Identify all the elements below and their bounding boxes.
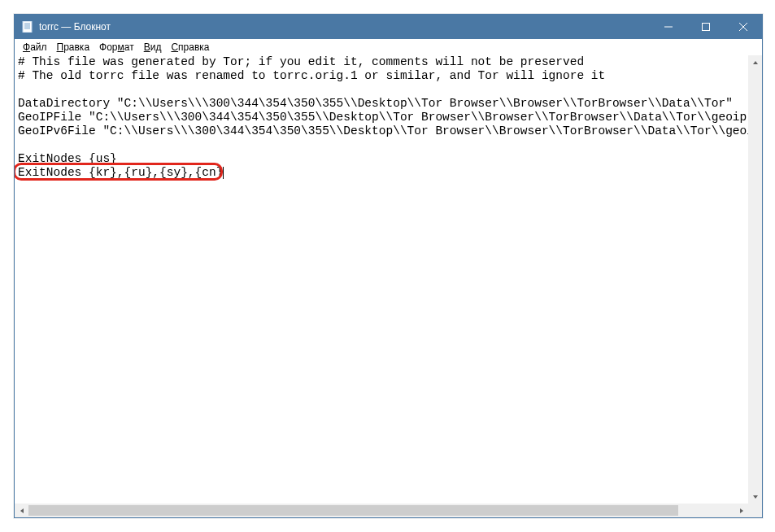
window-title: torrc — Блокнот (39, 21, 111, 33)
menu-view[interactable]: Вид (139, 41, 167, 54)
scroll-right-button[interactable] (734, 504, 748, 517)
notepad-window: torrc — Блокнот Файл Правка Формат Вид С… (14, 14, 763, 518)
horizontal-scroll-thumb[interactable] (28, 505, 678, 516)
svg-line-8 (739, 23, 747, 31)
menu-help[interactable]: Справка (166, 41, 214, 54)
menu-file[interactable]: Файл (18, 41, 52, 54)
horizontal-scroll-track[interactable] (28, 504, 734, 517)
svg-marker-12 (740, 508, 743, 513)
editor-line[interactable]: ExitNodes {us} (18, 152, 745, 166)
svg-marker-9 (753, 61, 758, 64)
menu-format[interactable]: Формат (94, 41, 139, 54)
editor-line[interactable] (18, 138, 745, 152)
editor-line[interactable] (18, 83, 745, 97)
editor-area: # This file was generated by Tor; if you… (15, 55, 762, 517)
close-button[interactable] (725, 15, 762, 39)
minimize-button[interactable] (650, 15, 687, 39)
svg-marker-10 (753, 495, 758, 499)
scroll-down-button[interactable] (748, 490, 762, 504)
text-caret (223, 167, 224, 179)
svg-marker-11 (20, 508, 24, 513)
svg-rect-6 (703, 24, 710, 31)
editor-line[interactable]: DataDirectory "C:\\Users\\\300\344\354\3… (18, 97, 745, 111)
editor-line[interactable]: # The old torrc file was renamed to torr… (18, 69, 745, 83)
menubar: Файл Правка Формат Вид Справка (15, 39, 762, 55)
scroll-left-button[interactable] (15, 504, 28, 517)
svg-line-7 (739, 23, 747, 31)
editor-line[interactable]: GeoIPFile "C:\\Users\\\300\344\354\350\3… (18, 111, 745, 124)
vertical-scrollbar[interactable] (748, 55, 762, 504)
editor-line[interactable]: # This file was generated by Tor; if you… (18, 55, 745, 69)
text-editor[interactable]: # This file was generated by Tor; if you… (15, 55, 748, 504)
titlebar[interactable]: torrc — Блокнот (15, 15, 762, 39)
scroll-up-button[interactable] (748, 55, 762, 69)
editor-line[interactable]: GeoIPv6File "C:\\Users\\\300\344\354\350… (18, 124, 745, 138)
vertical-scroll-track[interactable] (748, 69, 762, 490)
maximize-button[interactable] (687, 15, 725, 39)
notepad-icon (21, 20, 34, 33)
editor-line[interactable]: ExitNodes {kr},{ru},{sy},{cn} (18, 166, 745, 180)
horizontal-scrollbar[interactable] (15, 504, 748, 517)
menu-edit[interactable]: Правка (52, 41, 95, 54)
scrollbar-corner (748, 504, 762, 517)
